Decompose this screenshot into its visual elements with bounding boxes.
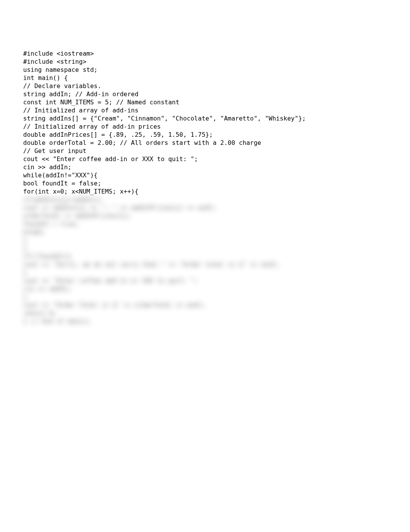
blurred-line: } [23, 236, 27, 244]
blurred-line: orderTotal += addInPrices[x]; [23, 212, 131, 219]
blurred-line: cout << addIns[x] << ": " << addInPrices… [23, 204, 217, 211]
blurred-code-block: if(addIns[x]==addIn){ cout << addIns[x] … [23, 195, 280, 325]
blurred-line: cin >> addIn; [23, 285, 71, 292]
code-line: string addIns[] = {"Cream", "Cinnamon", … [23, 115, 306, 122]
code-line: // Get user input [23, 147, 86, 155]
code-line: #include <string> [23, 58, 86, 65]
blurred-line: } [23, 269, 27, 276]
code-line: bool foundIt = false; [23, 180, 101, 187]
code-line: string addIn; // Add-in ordered [23, 90, 139, 98]
code-line: // Initialized array of add-in prices [23, 123, 161, 130]
blurred-line: break; [23, 228, 46, 236]
blurred-line: cout << "Enter coffee add-in or XXX to q… [23, 277, 198, 284]
code-line: const int NUM_ITEMS = 5; // Named consta… [23, 99, 180, 106]
code-line: while(addIn!="XXX"){ [23, 172, 98, 179]
blurred-line: if(addIns[x]==addIn){ [23, 196, 101, 203]
code-line: cout << "Enter coffee add-in or XXX to q… [23, 155, 198, 163]
blurred-line: return 0; [23, 309, 57, 317]
code-line: double orderTotal = 2.00; // All orders … [23, 139, 261, 146]
code-line: cin >> addIn; [23, 163, 71, 171]
blurred-line: cout << "Sorry, we do not carry that." <… [23, 261, 280, 268]
code-line: double addInPrices[] = {.89, .25, .59, 1… [23, 131, 213, 138]
blurred-line: foundIt = true; [23, 220, 79, 228]
document-page: #include <iostream> #include <string> us… [0, 0, 410, 532]
code-line: // Declare variables. [23, 82, 101, 90]
blurred-line: cout << "Order Total is $" << orderTotal… [23, 301, 205, 309]
code-line: #include <iostream> [23, 50, 94, 57]
blurred-line: } [23, 293, 27, 301]
blurred-line: if(!foundIt){ [23, 253, 71, 260]
code-line: int main() { [23, 74, 68, 82]
code-block: #include <iostream> #include <string> us… [23, 49, 306, 195]
code-line: // Initialized array of add-ins [23, 107, 139, 114]
code-line: using namespace std; [23, 66, 98, 73]
blurred-line: } [23, 245, 27, 252]
blurred-line: } // End of main() [23, 318, 90, 325]
code-line: for(int x=0; x<NUM_ITEMS; x++){ [23, 188, 139, 195]
